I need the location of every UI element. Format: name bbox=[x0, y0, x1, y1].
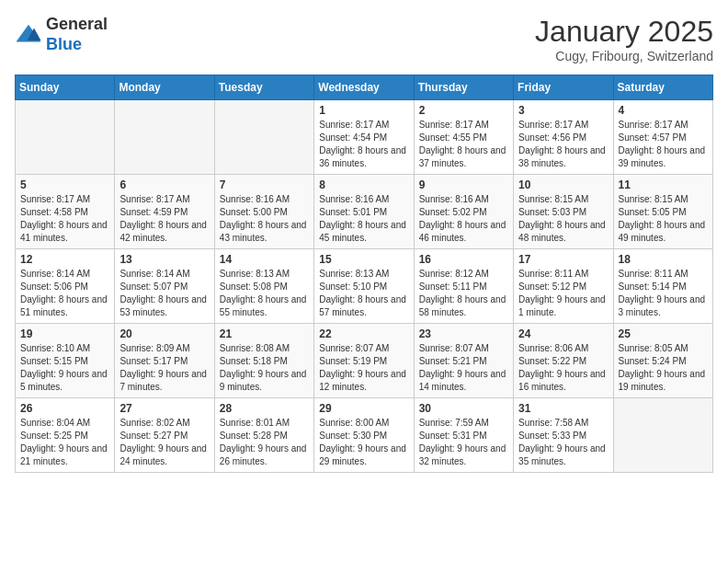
day-header-saturday: Saturday bbox=[613, 75, 712, 100]
calendar-cell: 31 Sunrise: 7:58 AM Sunset: 5:33 PM Dayl… bbox=[514, 398, 613, 473]
calendar-cell: 30 Sunrise: 7:59 AM Sunset: 5:31 PM Dayl… bbox=[414, 398, 513, 473]
calendar-cell: 25 Sunrise: 8:05 AM Sunset: 5:24 PM Dayl… bbox=[613, 324, 712, 398]
day-info: Sunrise: 8:12 AM Sunset: 5:11 PM Dayligh… bbox=[419, 268, 508, 319]
day-info: Sunrise: 8:16 AM Sunset: 5:02 PM Dayligh… bbox=[419, 193, 508, 245]
calendar-cell bbox=[214, 100, 313, 175]
day-info: Sunrise: 8:07 AM Sunset: 5:21 PM Dayligh… bbox=[419, 342, 508, 394]
calendar-header: SundayMondayTuesdayWednesdayThursdayFrid… bbox=[16, 75, 713, 100]
calendar-cell: 10 Sunrise: 8:15 AM Sunset: 5:03 PM Dayl… bbox=[514, 175, 613, 249]
day-info: Sunrise: 8:10 AM Sunset: 5:15 PM Dayligh… bbox=[20, 342, 109, 394]
calendar-cell: 4 Sunrise: 8:17 AM Sunset: 4:57 PM Dayli… bbox=[613, 100, 712, 175]
title-area: January 2025 Cugy, Fribourg, Switzerland bbox=[535, 15, 713, 63]
calendar-body: 1 Sunrise: 8:17 AM Sunset: 4:54 PM Dayli… bbox=[16, 100, 713, 473]
calendar-cell bbox=[115, 100, 214, 175]
calendar-cell: 11 Sunrise: 8:15 AM Sunset: 5:05 PM Dayl… bbox=[613, 175, 712, 249]
day-info: Sunrise: 8:13 AM Sunset: 5:10 PM Dayligh… bbox=[319, 268, 408, 319]
calendar-cell: 24 Sunrise: 8:06 AM Sunset: 5:22 PM Dayl… bbox=[514, 324, 613, 398]
day-info: Sunrise: 8:17 AM Sunset: 4:59 PM Dayligh… bbox=[119, 193, 209, 245]
day-info: Sunrise: 8:11 AM Sunset: 5:12 PM Dayligh… bbox=[518, 268, 608, 319]
day-number: 18 bbox=[619, 253, 708, 266]
calendar-cell: 1 Sunrise: 8:17 AM Sunset: 4:54 PM Dayli… bbox=[314, 100, 414, 175]
calendar-cell: 22 Sunrise: 8:07 AM Sunset: 5:19 PM Dayl… bbox=[314, 324, 414, 398]
day-number: 5 bbox=[20, 178, 109, 191]
calendar-cell: 28 Sunrise: 8:01 AM Sunset: 5:28 PM Dayl… bbox=[214, 398, 313, 473]
day-info: Sunrise: 8:08 AM Sunset: 5:18 PM Dayligh… bbox=[220, 342, 309, 394]
calendar-cell: 20 Sunrise: 8:09 AM Sunset: 5:17 PM Dayl… bbox=[115, 324, 214, 398]
day-number: 11 bbox=[619, 178, 708, 191]
day-number: 9 bbox=[419, 178, 508, 191]
week-row: 12 Sunrise: 8:14 AM Sunset: 5:06 PM Dayl… bbox=[16, 249, 713, 324]
logo: General Blue bbox=[15, 15, 108, 54]
day-info: Sunrise: 8:07 AM Sunset: 5:19 PM Dayligh… bbox=[319, 342, 408, 394]
day-info: Sunrise: 8:17 AM Sunset: 4:56 PM Dayligh… bbox=[518, 119, 608, 170]
calendar-cell: 27 Sunrise: 8:02 AM Sunset: 5:27 PM Dayl… bbox=[115, 398, 214, 473]
day-number: 30 bbox=[419, 402, 508, 415]
day-number: 6 bbox=[119, 178, 209, 191]
day-info: Sunrise: 7:58 AM Sunset: 5:33 PM Dayligh… bbox=[518, 417, 608, 468]
calendar-cell: 7 Sunrise: 8:16 AM Sunset: 5:00 PM Dayli… bbox=[214, 175, 313, 249]
logo-text: General Blue bbox=[46, 15, 108, 54]
day-number: 19 bbox=[20, 327, 109, 340]
day-info: Sunrise: 8:17 AM Sunset: 4:55 PM Dayligh… bbox=[419, 119, 508, 170]
calendar-cell: 15 Sunrise: 8:13 AM Sunset: 5:10 PM Dayl… bbox=[314, 249, 414, 324]
day-number: 2 bbox=[419, 104, 508, 117]
calendar-cell: 23 Sunrise: 8:07 AM Sunset: 5:21 PM Dayl… bbox=[414, 324, 513, 398]
day-number: 26 bbox=[20, 402, 109, 415]
week-row: 1 Sunrise: 8:17 AM Sunset: 4:54 PM Dayli… bbox=[16, 100, 713, 175]
day-header-thursday: Thursday bbox=[414, 75, 513, 100]
calendar-cell: 17 Sunrise: 8:11 AM Sunset: 5:12 PM Dayl… bbox=[514, 249, 613, 324]
calendar-cell: 12 Sunrise: 8:14 AM Sunset: 5:06 PM Dayl… bbox=[16, 249, 115, 324]
day-header-monday: Monday bbox=[115, 75, 214, 100]
day-info: Sunrise: 8:14 AM Sunset: 5:06 PM Dayligh… bbox=[20, 268, 109, 319]
day-number: 31 bbox=[518, 402, 608, 415]
day-header-sunday: Sunday bbox=[16, 75, 115, 100]
day-number: 16 bbox=[419, 253, 508, 266]
calendar-cell: 21 Sunrise: 8:08 AM Sunset: 5:18 PM Dayl… bbox=[214, 324, 313, 398]
calendar-cell: 9 Sunrise: 8:16 AM Sunset: 5:02 PM Dayli… bbox=[414, 175, 513, 249]
month-title: January 2025 bbox=[535, 15, 713, 49]
day-info: Sunrise: 8:01 AM Sunset: 5:28 PM Dayligh… bbox=[220, 417, 309, 468]
calendar-cell: 16 Sunrise: 8:12 AM Sunset: 5:11 PM Dayl… bbox=[414, 249, 513, 324]
day-number: 22 bbox=[319, 327, 408, 340]
day-number: 13 bbox=[119, 253, 209, 266]
day-info: Sunrise: 8:15 AM Sunset: 5:03 PM Dayligh… bbox=[518, 193, 608, 245]
calendar: SundayMondayTuesdayWednesdayThursdayFrid… bbox=[15, 75, 713, 473]
day-info: Sunrise: 8:16 AM Sunset: 5:01 PM Dayligh… bbox=[319, 193, 408, 245]
day-info: Sunrise: 8:17 AM Sunset: 4:57 PM Dayligh… bbox=[619, 119, 708, 170]
page-header: General Blue January 2025 Cugy, Fribourg… bbox=[15, 15, 713, 63]
day-info: Sunrise: 8:17 AM Sunset: 4:54 PM Dayligh… bbox=[319, 119, 408, 170]
calendar-cell: 8 Sunrise: 8:16 AM Sunset: 5:01 PM Dayli… bbox=[314, 175, 414, 249]
day-header-tuesday: Tuesday bbox=[214, 75, 313, 100]
logo-icon bbox=[15, 21, 42, 49]
week-row: 26 Sunrise: 8:04 AM Sunset: 5:25 PM Dayl… bbox=[16, 398, 713, 473]
day-number: 25 bbox=[619, 327, 708, 340]
day-header-friday: Friday bbox=[514, 75, 613, 100]
day-number: 7 bbox=[220, 178, 309, 191]
day-header-wednesday: Wednesday bbox=[314, 75, 414, 100]
calendar-cell: 26 Sunrise: 8:04 AM Sunset: 5:25 PM Dayl… bbox=[16, 398, 115, 473]
day-number: 29 bbox=[319, 402, 408, 415]
day-number: 15 bbox=[319, 253, 408, 266]
day-number: 4 bbox=[619, 104, 708, 117]
calendar-cell: 19 Sunrise: 8:10 AM Sunset: 5:15 PM Dayl… bbox=[16, 324, 115, 398]
day-number: 21 bbox=[220, 327, 309, 340]
location: Cugy, Fribourg, Switzerland bbox=[535, 49, 713, 63]
header-row: SundayMondayTuesdayWednesdayThursdayFrid… bbox=[16, 75, 713, 100]
day-number: 12 bbox=[20, 253, 109, 266]
day-info: Sunrise: 8:16 AM Sunset: 5:00 PM Dayligh… bbox=[220, 193, 309, 245]
week-row: 19 Sunrise: 8:10 AM Sunset: 5:15 PM Dayl… bbox=[16, 324, 713, 398]
calendar-cell: 29 Sunrise: 8:00 AM Sunset: 5:30 PM Dayl… bbox=[314, 398, 414, 473]
day-info: Sunrise: 8:13 AM Sunset: 5:08 PM Dayligh… bbox=[220, 268, 309, 319]
calendar-cell: 5 Sunrise: 8:17 AM Sunset: 4:58 PM Dayli… bbox=[16, 175, 115, 249]
day-info: Sunrise: 8:06 AM Sunset: 5:22 PM Dayligh… bbox=[518, 342, 608, 394]
day-info: Sunrise: 8:15 AM Sunset: 5:05 PM Dayligh… bbox=[619, 193, 708, 245]
calendar-cell bbox=[613, 398, 712, 473]
day-info: Sunrise: 8:00 AM Sunset: 5:30 PM Dayligh… bbox=[319, 417, 408, 468]
logo-general: General bbox=[46, 15, 108, 35]
day-info: Sunrise: 8:02 AM Sunset: 5:27 PM Dayligh… bbox=[119, 417, 209, 468]
day-number: 23 bbox=[419, 327, 508, 340]
day-number: 1 bbox=[319, 104, 408, 117]
calendar-cell: 3 Sunrise: 8:17 AM Sunset: 4:56 PM Dayli… bbox=[514, 100, 613, 175]
calendar-cell: 2 Sunrise: 8:17 AM Sunset: 4:55 PM Dayli… bbox=[414, 100, 513, 175]
day-number: 8 bbox=[319, 178, 408, 191]
